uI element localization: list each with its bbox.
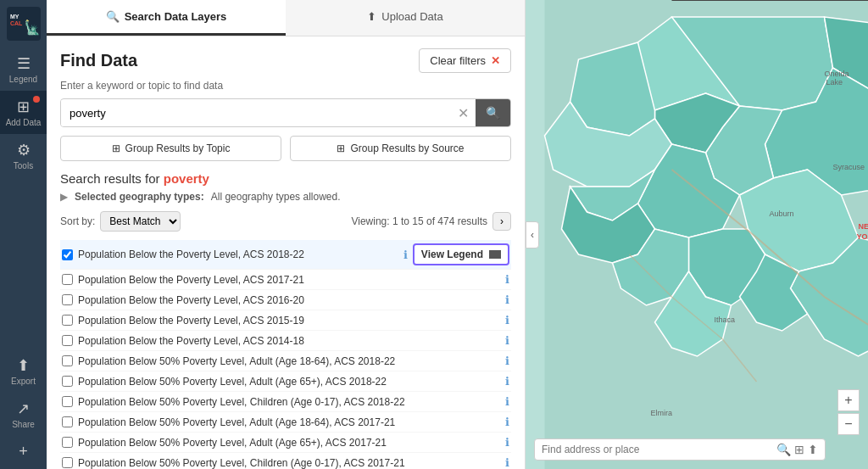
sort-row: Sort by: Best Match Viewing: 1 to 15 of … bbox=[60, 211, 511, 232]
result-checkbox[interactable] bbox=[62, 376, 73, 387]
svg-text:NEW: NEW bbox=[859, 222, 869, 231]
info-icon[interactable]: ℹ bbox=[505, 293, 509, 306]
next-page-button[interactable]: › bbox=[492, 212, 511, 231]
export-icon: ⬆ bbox=[17, 356, 30, 375]
viewing-text: Viewing: 1 to 15 of 474 results bbox=[351, 215, 487, 227]
sidebar-item-add-data[interactable]: ⊞ Add Data bbox=[0, 91, 47, 134]
svg-text:MY: MY bbox=[10, 14, 19, 20]
search-button[interactable]: 🔍 bbox=[476, 99, 510, 126]
sidebar-item-more[interactable]: + bbox=[8, 436, 39, 469]
group-by-source-button[interactable]: ⊞ Group Results by Source bbox=[290, 136, 511, 161]
result-item: Population Below 50% Poverty Level, Adul… bbox=[60, 412, 511, 433]
result-checkbox[interactable] bbox=[62, 457, 73, 468]
search-tab-label: Search Data Layers bbox=[125, 10, 227, 23]
result-item: Population Below the Poverty Level, ACS … bbox=[60, 290, 511, 310]
info-icon[interactable]: ℹ bbox=[505, 375, 509, 388]
clear-filters-button[interactable]: Clear filters ✕ bbox=[419, 48, 511, 73]
search-tab-icon: 🔍 bbox=[106, 10, 120, 23]
geo-expand-icon[interactable]: ▶ bbox=[60, 191, 68, 203]
sidebar-item-export-label: Export bbox=[11, 377, 36, 386]
info-icon[interactable]: ℹ bbox=[505, 273, 509, 286]
info-icon[interactable]: ℹ bbox=[403, 248, 408, 261]
svg-text:Syracuse: Syracuse bbox=[833, 163, 865, 171]
info-icon[interactable]: ℹ bbox=[505, 416, 509, 428]
sidebar-item-share[interactable]: ↗ Share bbox=[8, 393, 39, 436]
result-label: Population Below 50% Poverty Level, Chil… bbox=[78, 457, 500, 469]
svg-text:🗽: 🗽 bbox=[24, 20, 41, 36]
zoom-out-button[interactable]: − bbox=[837, 413, 860, 435]
notification-dot bbox=[33, 96, 40, 103]
map-upload-button[interactable]: ⬆ bbox=[808, 443, 818, 456]
result-checkbox[interactable] bbox=[62, 274, 73, 285]
search-results-header: Search results for poverty bbox=[60, 171, 511, 186]
sidebar-item-tools[interactable]: ⚙ Tools bbox=[0, 134, 47, 177]
map-search-input[interactable] bbox=[542, 444, 771, 455]
viewing-info: Viewing: 1 to 15 of 474 results › bbox=[351, 212, 511, 231]
result-checkbox[interactable] bbox=[62, 335, 73, 346]
map-grid-button[interactable]: ⊞ bbox=[794, 443, 804, 456]
result-checkbox[interactable] bbox=[62, 294, 73, 305]
search-input[interactable] bbox=[61, 100, 451, 126]
result-checkbox[interactable] bbox=[62, 355, 73, 366]
info-icon[interactable]: ℹ bbox=[505, 355, 509, 367]
collapse-panel-button[interactable]: ‹ bbox=[526, 221, 539, 248]
map-svg: Syracuse Auburn Ithaca Oneida Lake NEW Y… bbox=[526, 0, 868, 469]
zoom-in-button[interactable]: + bbox=[837, 389, 860, 411]
svg-text:YORK: YORK bbox=[857, 232, 869, 241]
map-search-bar: 🔍 ⊞ ⬆ bbox=[534, 438, 826, 461]
info-icon[interactable]: ℹ bbox=[505, 395, 509, 408]
info-icon[interactable]: ℹ bbox=[505, 334, 509, 347]
content-area: Find Data Clear filters ✕ Enter a keywor… bbox=[47, 36, 525, 469]
legend-icon: ☰ bbox=[17, 54, 31, 73]
result-checkbox[interactable] bbox=[62, 249, 73, 260]
group-by-topic-button[interactable]: ⊞ Group Results by Topic bbox=[60, 136, 281, 161]
tab-upload-data[interactable]: ⬆ Upload Data bbox=[286, 0, 525, 36]
group-topic-label: Group Results by Topic bbox=[125, 142, 231, 154]
result-label: Population Below the Poverty Level, ACS … bbox=[78, 335, 500, 347]
geo-types-value: All geography types allowed. bbox=[211, 191, 341, 203]
result-label: Population Below 50% Poverty Level, Adul… bbox=[78, 437, 500, 449]
sidebar-item-share-label: Share bbox=[12, 420, 35, 429]
result-item: Population Below 50% Poverty Level, Chil… bbox=[60, 453, 511, 469]
result-label: Population Below the Poverty Level, ACS … bbox=[78, 294, 500, 306]
sort-select[interactable]: Best Match bbox=[100, 211, 181, 232]
svg-text:Ithaca: Ithaca bbox=[715, 315, 736, 324]
search-clear-button[interactable]: ✕ bbox=[451, 105, 476, 121]
find-data-header: Find Data Clear filters ✕ bbox=[60, 48, 511, 73]
result-item: Population Below the Poverty Level, ACS … bbox=[60, 331, 511, 351]
result-label: Population Below the Poverty Level, ACS … bbox=[78, 248, 398, 260]
tab-search-data-layers[interactable]: 🔍 Search Data Layers bbox=[47, 0, 286, 36]
svg-text:Lake: Lake bbox=[826, 78, 843, 87]
result-checkbox[interactable] bbox=[62, 315, 73, 326]
info-icon[interactable]: ℹ bbox=[505, 436, 509, 449]
share-icon: ↗ bbox=[17, 399, 30, 418]
group-topic-icon: ⊞ bbox=[112, 142, 120, 154]
view-legend-button[interactable]: View Legend bbox=[413, 243, 509, 265]
result-item: Population Below 50% Poverty Level, Adul… bbox=[60, 433, 511, 453]
tab-bar: 🔍 Search Data Layers ⬆ Upload Data bbox=[47, 0, 525, 36]
info-icon[interactable]: ℹ bbox=[505, 314, 509, 327]
result-checkbox[interactable] bbox=[62, 416, 73, 427]
result-list: Population Below the Poverty Level, ACS … bbox=[60, 240, 511, 469]
result-checkbox[interactable] bbox=[62, 396, 73, 407]
result-label: Population Below 50% Poverty Level, Adul… bbox=[78, 355, 500, 367]
result-item: Population Below 50% Poverty Level, Adul… bbox=[60, 351, 511, 371]
sort-left: Sort by: Best Match bbox=[60, 211, 181, 232]
svg-text:Elmira: Elmira bbox=[651, 409, 673, 417]
map-search-button[interactable]: 🔍 bbox=[776, 443, 791, 456]
sidebar-item-legend[interactable]: ☰ Legend bbox=[0, 47, 47, 91]
result-label: Population Below 50% Poverty Level, Adul… bbox=[78, 376, 500, 388]
sidebar-item-tools-label: Tools bbox=[14, 161, 33, 170]
info-icon[interactable]: ℹ bbox=[505, 456, 509, 469]
group-source-icon: ⊞ bbox=[337, 142, 345, 154]
map-controls: + − bbox=[837, 389, 860, 435]
app-logo: MY CAL 🗽 bbox=[7, 7, 41, 41]
group-source-label: Group Results by Source bbox=[350, 142, 464, 154]
search-keyword: poverty bbox=[164, 171, 209, 186]
clear-filters-label: Clear filters bbox=[430, 54, 486, 67]
sidebar-bottom: ⬆ Export ↗ Share + bbox=[8, 349, 39, 469]
result-checkbox[interactable] bbox=[62, 437, 73, 448]
upload-tab-label: Upload Data bbox=[381, 10, 442, 23]
add-data-icon: ⊞ bbox=[17, 98, 30, 116]
sidebar-item-export[interactable]: ⬆ Export bbox=[8, 349, 39, 393]
